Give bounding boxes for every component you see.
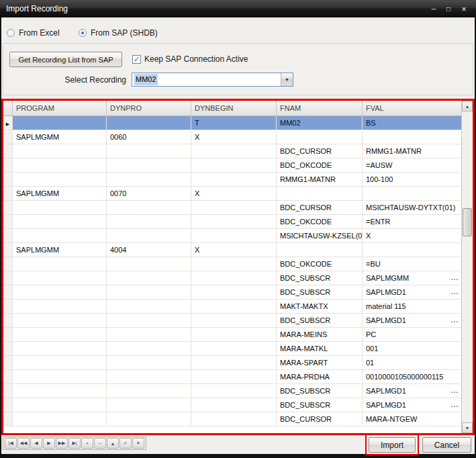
grid-cell-fval[interactable]: SAPLMGD1… (363, 384, 461, 398)
recording-combobox[interactable]: MM02 ▼ (132, 73, 293, 87)
radio-option-from-sap[interactable]: From SAP (SHDB) (79, 28, 158, 38)
grid-row[interactable]: BDC_SUBSCR SAPLMGD1… (3, 398, 473, 412)
grid-cell-dynbegin[interactable]: X (191, 187, 277, 201)
get-recording-list-button[interactable]: Get Recording List from SAP (9, 52, 122, 67)
column-header-dynpro[interactable]: DYNPRO (107, 101, 191, 116)
grid-cell-dynpro[interactable] (107, 144, 191, 158)
maximize-button-icon[interactable]: □ (442, 4, 455, 14)
nav-next-button[interactable]: ▶ (43, 438, 55, 449)
grid-cell-program[interactable]: SAPLMGMM (13, 187, 107, 201)
grid-cell-fval[interactable]: PC (363, 328, 461, 342)
grid-row[interactable]: BDC_SUBSCR SAPLMGMM… (3, 271, 473, 285)
grid-cell-fnam[interactable]: MARA-SPART (277, 356, 363, 370)
nav-first-button[interactable]: |◀ (5, 438, 17, 449)
minimize-button-icon[interactable]: ─ (428, 4, 440, 14)
grid-cell-fval[interactable]: MSICHTAUSW-DYTXT(01) (363, 201, 461, 215)
grid-cell-dynbegin[interactable] (191, 356, 277, 370)
grid-cell-fval[interactable]: material 115 (363, 300, 461, 314)
grid-row[interactable]: BDC_SUBSCR SAPLMGD1… (3, 285, 473, 300)
grid-cell-dynpro[interactable] (107, 356, 191, 370)
grid-cell-fval[interactable]: 001 (363, 342, 461, 356)
grid-cell-fval[interactable]: SAPLMGD1… (363, 285, 461, 300)
grid-cell-fnam[interactable]: BDC_CURSOR (277, 144, 363, 158)
grid-cell-fnam[interactable]: MARA-PRDHA (277, 370, 363, 384)
grid-cell-program[interactable] (13, 158, 107, 173)
grid-cell-dynpro[interactable] (107, 215, 191, 229)
grid-cell-dynbegin[interactable]: T (191, 116, 277, 130)
column-header-fnam[interactable]: FNAM (277, 101, 363, 116)
grid-cell-fnam[interactable] (277, 187, 363, 201)
grid-row[interactable]: MAKT-MAKTX material 115 (3, 300, 473, 314)
grid-cell-fval[interactable]: MARA-NTGEW (363, 412, 461, 426)
titlebar[interactable]: Import Recording ─ □ × (0, 0, 476, 17)
grid-row[interactable]: BDC_SUBSCR SAPLMGD1… (3, 314, 473, 328)
grid-cell-dynbegin[interactable]: X (191, 243, 277, 257)
grid-cell-dynbegin[interactable] (191, 328, 277, 342)
grid-cell-program[interactable] (13, 398, 107, 412)
nav-cancel-edit-button[interactable]: ✕ (132, 438, 144, 449)
grid-cell-dynbegin[interactable] (191, 271, 277, 285)
grid-cell-fval[interactable] (363, 187, 461, 201)
grid-row[interactable]: ▶ T MM02 BS (3, 116, 473, 130)
grid-cell-program[interactable] (13, 116, 107, 130)
grid-cell-fnam[interactable]: BDC_CURSOR (277, 412, 363, 426)
grid-cell-fval[interactable]: SAPLMGMM… (363, 271, 461, 285)
grid-cell-program[interactable] (13, 215, 107, 229)
grid-cell-fval[interactable]: BS (363, 116, 461, 130)
grid-cell-fnam[interactable]: BDC_SUBSCR (277, 384, 363, 398)
grid-cell-dynbegin[interactable] (191, 173, 277, 187)
grid-cell-dynpro[interactable] (107, 201, 191, 215)
grid-row[interactable]: BDC_CURSOR MSICHTAUSW-DYTXT(01) (3, 201, 473, 215)
grid-cell-program[interactable] (13, 271, 107, 285)
nav-delete-button[interactable]: − (94, 438, 106, 449)
grid-cell-dynbegin[interactable] (191, 398, 277, 412)
grid-row[interactable]: MARA-SPART 01 (3, 356, 473, 370)
grid-cell-fval[interactable] (363, 243, 461, 257)
grid-cell-dynbegin[interactable]: X (191, 130, 277, 144)
keep-connection-checkbox[interactable]: ✓ Keep SAP Connection Active (132, 54, 248, 64)
grid-cell-dynbegin[interactable] (191, 257, 277, 271)
grid-cell-fval[interactable]: X (363, 229, 461, 243)
close-button-icon[interactable]: × (458, 4, 470, 14)
grid-cell-program[interactable] (13, 342, 107, 356)
grid-cell-program[interactable] (13, 257, 107, 271)
grid-cell-dynbegin[interactable] (191, 229, 277, 243)
grid-cell-dynpro[interactable] (107, 158, 191, 173)
grid-cell-dynbegin[interactable] (191, 342, 277, 356)
scrollbar-thumb[interactable] (463, 208, 472, 236)
nav-post-button[interactable]: ✓ (120, 438, 132, 449)
ellipsis-button[interactable]: … (450, 384, 459, 396)
grid-cell-fval[interactable] (363, 130, 461, 144)
grid-cell-program[interactable] (13, 173, 107, 187)
grid-cell-fval[interactable]: 0010000105000000115 (363, 370, 461, 384)
scroll-up-icon[interactable]: ▲ (462, 101, 473, 111)
grid-cell-dynpro[interactable]: 0060 (107, 130, 191, 144)
grid-cell-fnam[interactable]: BDC_SUBSCR (277, 271, 363, 285)
scroll-down-icon[interactable]: ▼ (462, 422, 473, 433)
grid-cell-program[interactable]: SAPLMGMM (13, 243, 107, 257)
grid-cell-program[interactable] (13, 370, 107, 384)
grid-cell-dynbegin[interactable] (191, 158, 277, 173)
ellipsis-button[interactable]: … (450, 271, 459, 283)
grid-row[interactable]: BDC_OKCODE =ENTR (3, 215, 473, 229)
grid-cell-dynpro[interactable] (107, 271, 191, 285)
grid-cell-program[interactable] (13, 356, 107, 370)
grid-row[interactable]: RMMG1-MATNR 100-100 (3, 173, 473, 187)
grid-cell-fval[interactable]: =AUSW (363, 158, 461, 173)
grid-cell-fnam[interactable]: MARA-MEINS (277, 328, 363, 342)
grid-cell-fnam[interactable]: BDC_SUBSCR (277, 285, 363, 300)
nav-last-button[interactable]: ▶| (68, 438, 81, 449)
grid-cell-fval[interactable]: =ENTR (363, 215, 461, 229)
grid-cell-fnam[interactable] (277, 130, 363, 144)
grid-cell-fnam[interactable]: MARA-MATKL (277, 342, 363, 356)
grid-cell-fnam[interactable]: BDC_OKCODE (277, 158, 363, 173)
grid-cell-fval[interactable]: SAPLMGD1… (363, 314, 461, 328)
grid-cell-program[interactable] (13, 144, 107, 158)
chevron-down-icon[interactable]: ▼ (281, 73, 293, 86)
grid-cell-fnam[interactable]: BDC_OKCODE (277, 257, 363, 271)
nav-next-page-button[interactable]: ▶▶ (56, 438, 68, 449)
grid-cell-program[interactable] (13, 201, 107, 215)
nav-append-button[interactable]: + (81, 438, 93, 449)
grid-cell-dynbegin[interactable] (191, 412, 277, 426)
grid-cell-dynbegin[interactable] (191, 384, 277, 398)
